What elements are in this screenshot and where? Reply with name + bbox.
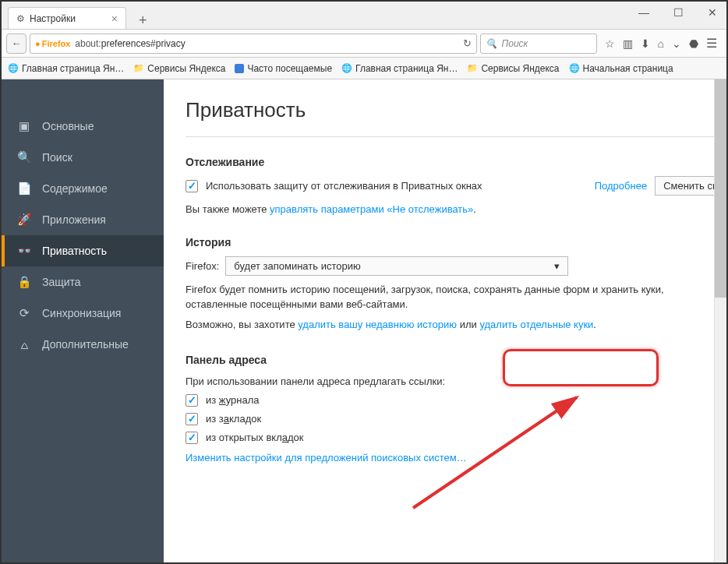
new-tab-button[interactable]: + [133, 12, 154, 29]
reload-button[interactable]: ↻ [463, 37, 472, 49]
url-text: about:preferences#privacy [75, 38, 458, 49]
globe-icon: 🌐 [341, 63, 352, 73]
globe-icon: 🌐 [8, 63, 19, 73]
sidebar-item-content[interactable]: 📄Содержимое [2, 173, 164, 204]
general-icon: ▣ [17, 119, 31, 133]
page-icon [235, 64, 244, 73]
change-search-suggestions-link[interactable]: Изменить настройки для предложений поиск… [186, 452, 467, 464]
bookmark-item[interactable]: Часто посещаемые [235, 63, 332, 74]
gear-icon: ⚙ [16, 13, 25, 24]
browser-tab-settings[interactable]: ⚙ Настройки × [8, 7, 126, 29]
remove-individual-cookies-link[interactable]: удалить отдельные куки [479, 319, 593, 330]
window-close-button[interactable]: ✕ [705, 6, 720, 19]
suggest-bookmarks-label: из закладок [206, 413, 261, 425]
tab-title: Настройки [30, 13, 76, 24]
suggest-history-label: из журнала [206, 394, 260, 406]
page-title: Приватность [186, 98, 726, 122]
home-icon[interactable]: ⌂ [658, 37, 664, 50]
suggest-bookmarks-checkbox[interactable] [186, 413, 198, 425]
window-maximize-button[interactable]: ☐ [670, 6, 686, 19]
tracking-learn-more-link[interactable]: Подробнее [595, 180, 647, 192]
shield-icon[interactable]: ⬣ [689, 37, 698, 50]
settings-sidebar: ▣Основные 🔍Поиск 📄Содержимое 🚀Приложения… [2, 79, 164, 562]
history-mode-select[interactable]: будет запоминать историю ▾ [225, 256, 568, 276]
bookmark-star-icon[interactable]: ☆ [605, 37, 615, 50]
search-placeholder: Поиск [502, 38, 528, 49]
folder-icon: 📁 [133, 63, 144, 73]
dnt-manage-link[interactable]: управлять параметрами «Не отслеживать» [270, 203, 473, 215]
suggest-history-checkbox[interactable] [186, 394, 198, 407]
bookmark-item[interactable]: 📁Сервисы Яндекса [133, 63, 225, 74]
search-icon: 🔍 [17, 150, 31, 164]
sidebar-item-sync[interactable]: ⟳Синхронизация [2, 298, 164, 329]
bookmark-item[interactable]: 🌐Главная страница Ян… [8, 63, 124, 74]
clear-recent-history-link[interactable]: удалить вашу недавнюю историю [298, 319, 457, 330]
suggest-opentabs-checkbox[interactable] [186, 432, 198, 444]
tracking-section-title: Отслеживание [186, 156, 726, 168]
history-firefox-label: Firefox: [186, 260, 219, 272]
window-minimize-button[interactable]: — [636, 6, 652, 19]
sidebar-item-advanced[interactable]: 🜂Дополнительные [2, 329, 164, 360]
url-bar[interactable]: Firefox about:preferences#privacy ↻ [30, 33, 477, 54]
downloads-icon[interactable]: ⬇ [641, 37, 650, 50]
history-description: Firefox будет помнить историю посещений,… [186, 282, 700, 312]
mask-icon: 👓 [17, 244, 31, 258]
document-icon: 📄 [17, 182, 31, 196]
sidebar-item-search[interactable]: 🔍Поиск [2, 142, 164, 173]
folder-icon: 📁 [467, 63, 478, 73]
bookmarks-toolbar: 🌐Главная страница Ян… 📁Сервисы Яндекса Ч… [2, 58, 726, 79]
tab-close-button[interactable]: × [111, 12, 118, 25]
history-links-para: Возможно, вы захотите удалить вашу недав… [186, 317, 726, 333]
sidebar-item-privacy[interactable]: 👓Приватность [2, 235, 164, 266]
suggest-opentabs-label: из открытых вкладок [206, 432, 303, 443]
tracking-also-text: Вы также можете управлять параметрами «Н… [186, 202, 726, 217]
firefox-badge: Firefox [35, 39, 70, 48]
tab-strip: ⚙ Настройки × + [2, 2, 726, 30]
content-scrollbar[interactable] [714, 79, 726, 562]
library-icon[interactable]: ▥ [623, 37, 633, 50]
history-section-title: История [186, 236, 726, 249]
globe-icon: 🌐 [569, 63, 580, 73]
sync-icon: ⟳ [17, 306, 31, 320]
tracking-protection-checkbox[interactable] [186, 180, 198, 192]
lock-icon: 🔒 [17, 275, 31, 289]
rocket-icon: 🚀 [17, 213, 31, 227]
scrollbar-thumb[interactable] [715, 79, 726, 298]
bookmark-item[interactable]: 🌐Главная страница Ян… [341, 63, 458, 74]
bookmark-item[interactable]: 📁Сервисы Яндекса [467, 63, 559, 74]
bookmark-item[interactable]: 🌐Начальная страница [569, 63, 673, 74]
sidebar-item-general[interactable]: ▣Основные [2, 111, 164, 142]
pocket-icon[interactable]: ⌄ [672, 37, 681, 50]
nav-toolbar: ← Firefox about:preferences#privacy ↻ 🔍 … [2, 30, 726, 58]
search-icon: 🔍 [486, 38, 497, 49]
toolbar-icons: ☆ ▥ ⬇ ⌂ ⌄ ⬣ ☰ [600, 36, 722, 51]
tracking-protection-label: Использовать защиту от отслеживания в Пр… [206, 180, 482, 192]
addressbar-section-title: Панель адреса [186, 354, 726, 366]
chevron-down-icon: ▾ [554, 260, 560, 272]
settings-content: Приватность Отслеживание Использовать за… [164, 79, 726, 562]
menu-button[interactable]: ☰ [706, 36, 717, 51]
divider [186, 136, 726, 137]
back-button[interactable]: ← [6, 33, 27, 54]
search-box[interactable]: 🔍 Поиск [480, 33, 597, 54]
advanced-icon: 🜂 [17, 338, 31, 351]
sidebar-item-applications[interactable]: 🚀Приложения [2, 204, 164, 235]
addressbar-intro: При использовании панели адреса предлага… [186, 374, 726, 390]
sidebar-item-security[interactable]: 🔒Защита [2, 266, 164, 298]
